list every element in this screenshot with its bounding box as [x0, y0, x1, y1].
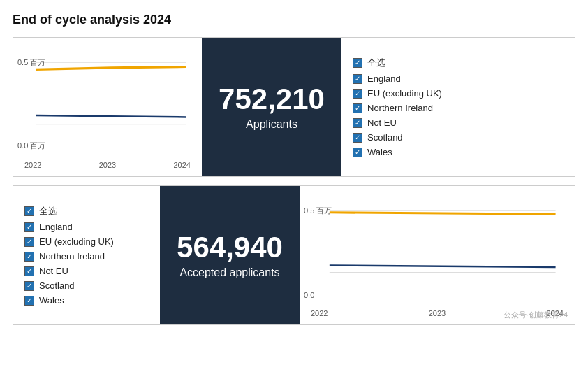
card2-legend-england[interactable]: England: [24, 222, 149, 232]
card2-check-scotland[interactable]: [24, 281, 34, 291]
card2-legend-scotland[interactable]: Scotland: [24, 280, 149, 291]
card2-chart-svg: [308, 193, 566, 308]
card2-check-ni[interactable]: [24, 252, 34, 262]
card2-stat-label: Accepted applicants: [179, 266, 279, 279]
card1-stat-number: 752,210: [219, 83, 325, 115]
card2-x-2022: 2022: [311, 309, 328, 317]
card1-x-labels: 2022 2023 2024: [22, 161, 193, 169]
watermark: 公众号·创藤教育24: [504, 310, 568, 320]
card2-x-2023: 2023: [429, 309, 446, 317]
card1-chart-svg: [22, 45, 193, 159]
card1-legend-scotland[interactable]: Scotland: [353, 132, 564, 143]
card1-check-eu[interactable]: [353, 89, 362, 99]
card1-legend-noteu[interactable]: Not EU: [353, 117, 564, 128]
card2-legend: 全选 England EU (excluding UK) Northern Ir…: [13, 186, 160, 324]
card2-legend-ni[interactable]: Northern Ireland: [24, 251, 149, 262]
card2-label-england: England: [39, 222, 73, 232]
card1-label-eu: EU (excluding UK): [367, 88, 442, 99]
card2-label-noteu: Not EU: [39, 266, 68, 276]
card1-label-scotland: Scotland: [367, 132, 403, 143]
card2-check-england[interactable]: [24, 222, 34, 232]
card2-y-bottom: 0.0: [304, 291, 314, 299]
card1-check-wales[interactable]: [353, 148, 362, 157]
card2-legend-eu[interactable]: EU (excluding UK): [24, 236, 149, 247]
card2-label-ni: Northern Ireland: [39, 251, 105, 262]
card2-check-wales[interactable]: [24, 296, 34, 306]
card2-legend-noteu[interactable]: Not EU: [24, 266, 149, 276]
card1-legend-selectall[interactable]: 全选: [353, 57, 564, 69]
card1: 0.5 百万 0.0 百万 2022 2023 2024 752,210 App…: [13, 37, 575, 177]
card1-label-selectall: 全选: [367, 57, 385, 69]
card1-label-noteu: Not EU: [367, 117, 397, 128]
card1-legend-ni[interactable]: Northern Ireland: [353, 103, 564, 113]
card2-legend-selectall[interactable]: 全选: [24, 205, 149, 217]
card1-stat-label: Applicants: [246, 118, 297, 131]
card1-x-2023: 2023: [99, 161, 116, 169]
card2-label-selectall: 全选: [39, 205, 57, 217]
card2-y-top: 0.5 百万: [304, 206, 332, 216]
card1-check-noteu[interactable]: [353, 118, 362, 128]
card1-y-top: 0.5 百万: [17, 57, 45, 68]
card1-check-england[interactable]: [353, 74, 362, 84]
card1-label-ni: Northern Ireland: [367, 103, 433, 113]
card1-x-2024: 2024: [174, 161, 191, 169]
card1-x-2022: 2022: [24, 161, 41, 169]
card1-legend-england[interactable]: England: [353, 73, 564, 84]
card1-legend: 全选 England EU (excluding UK) Northern Ir…: [341, 38, 575, 176]
card1-stat-box: 752,210 Applicants: [202, 38, 341, 176]
card1-check-scotland[interactable]: [353, 133, 362, 143]
card2-check-eu[interactable]: [24, 237, 34, 247]
card2-chart-area: 0.5 百万 0.0 2022 2023 2024 公众号·创藤教育24: [300, 186, 575, 324]
card2-stat-number: 564,940: [177, 231, 283, 264]
card1-check-selectall[interactable]: [353, 58, 362, 68]
card2-label-eu: EU (excluding UK): [39, 236, 114, 247]
card1-chart-area: 0.5 百万 0.0 百万 2022 2023 2024: [13, 38, 202, 176]
card2-check-selectall[interactable]: [24, 206, 34, 216]
card1-legend-wales[interactable]: Wales: [353, 147, 564, 157]
card2-label-wales: Wales: [39, 295, 64, 306]
card2: 全选 England EU (excluding UK) Northern Ir…: [13, 185, 575, 325]
card1-label-england: England: [367, 73, 401, 84]
card2-legend-wales[interactable]: Wales: [24, 295, 149, 306]
card2-check-noteu[interactable]: [24, 266, 34, 276]
card2-label-scotland: Scotland: [39, 280, 75, 291]
card2-stat-box: 564,940 Accepted applicants: [160, 186, 300, 324]
card1-label-wales: Wales: [367, 147, 392, 157]
page-title: End of cycle analysis 2024: [13, 13, 575, 27]
card1-y-bottom: 0.0 百万: [17, 141, 45, 151]
card1-legend-eu[interactable]: EU (excluding UK): [353, 88, 564, 99]
card1-check-ni[interactable]: [353, 103, 362, 113]
